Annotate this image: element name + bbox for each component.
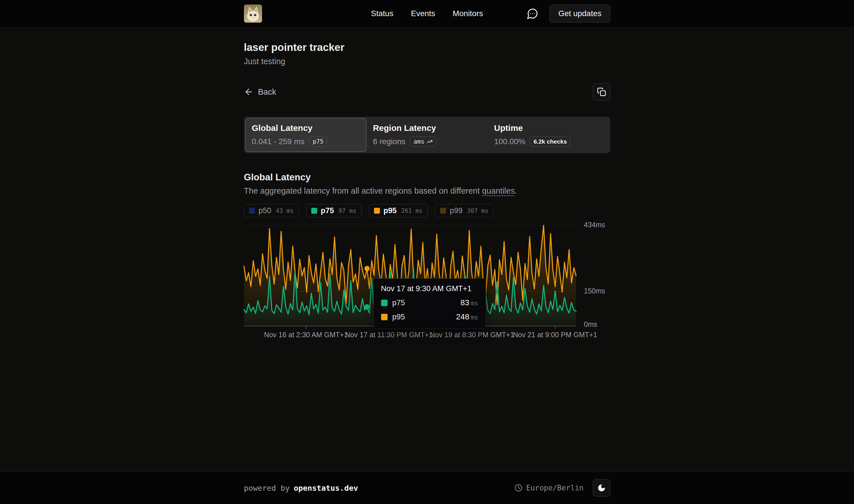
legend-value: 307 ms [467,208,489,214]
x-tick-label: Nov 16 at 2:30 AM GMT+1 [264,331,348,339]
legend-value: 97 ms [339,208,356,214]
logo-cat-image[interactable] [244,4,262,23]
page-subtitle: Just testing [244,57,610,66]
p95-swatch [381,314,387,320]
y-axis: 434ms 150ms 0ms [576,225,610,326]
page-title: laser pointer tracker [244,41,610,53]
y-tick-zero: 0ms [584,320,597,328]
clock-icon [514,484,522,492]
legend-label: p99 [450,206,462,215]
p99-swatch [440,208,446,214]
timezone-label: Europe/Berlin [526,484,584,492]
tooltip-unit: ms [471,314,478,321]
legend-label: p75 [321,206,334,215]
p50-swatch [249,208,255,214]
latency-chart-plot[interactable]: Nov 17 at 9:30 AM GMT+1 p75 83 ms p95 24… [244,225,576,326]
get-updates-button[interactable]: Get updates [549,4,610,23]
tab-region-latency[interactable]: Region Latency 6 regions ams [366,118,488,152]
y-tick-mid: 150ms [584,287,605,295]
back-label: Back [258,87,276,97]
tab-title: Global Latency [252,123,360,133]
legend-item-p50[interactable]: p50 43 ms [244,204,299,217]
nav-links: Status Events Monitors [371,9,483,18]
moon-icon [597,484,606,492]
legend-label: p95 [384,206,397,215]
tab-value: 0.041 - 259 ms [252,137,305,146]
x-axis: Nov 16 at 2:30 AM GMT+1 Nov 17 at 11:30 … [244,329,576,342]
region-badge: ams [410,137,436,147]
tab-value: 6 regions [373,137,405,146]
checks-badge: 6.2k checks [530,137,570,147]
tooltip-series-label: p75 [393,299,405,307]
nav-link-monitors[interactable]: Monitors [453,9,483,18]
nav-link-events[interactable]: Events [411,9,435,18]
description-period: . [515,186,517,195]
region-badge-label: ams [414,138,424,145]
section-title: Global Latency [244,172,610,183]
tooltip-value: 248 [456,312,469,321]
tooltip-value: 83 [460,298,469,307]
trending-up-icon [427,139,433,144]
openstatus-link[interactable]: openstatus.dev [294,484,358,492]
toolbar-row: Back [244,83,610,101]
description-text: The aggregated latency from all active r… [244,186,482,195]
p75-swatch [381,300,387,306]
legend-label: p50 [259,206,271,215]
quantile-badge: p75 [309,137,327,147]
footer: powered by openstatus.dev Europe/Berlin [0,471,854,504]
cat-image [244,4,262,23]
arrow-left-icon [244,87,254,97]
legend-value: 43 ms [276,208,294,214]
theme-toggle-button[interactable] [593,479,610,497]
powered-prefix: powered by [244,484,290,492]
top-nav: Status Events Monitors Get updates [0,0,854,28]
chart-legend: p50 43 ms p75 97 ms p95 261 ms p99 307 m… [244,204,610,217]
x-tick-label: Nov 21 at 9:00 PM GMT+1 [513,331,597,339]
x-tick-label: Nov 19 at 8:30 PM GMT+1 [430,331,514,339]
powered-by: powered by openstatus.dev [244,484,358,492]
metric-tabs: Global Latency 0.041 - 259 ms p75 Region… [244,117,610,153]
tab-title: Uptime [494,123,602,133]
tab-value: 100.00% [494,137,526,146]
tooltip-unit: ms [471,300,478,307]
message-bubble-icon [527,7,539,19]
main-content: laser pointer tracker Just testing Back … [244,28,610,342]
tab-title: Region Latency [373,123,481,133]
tooltip-row-p75: p75 83 ms [381,298,478,307]
p75-swatch [311,208,317,214]
tab-uptime[interactable]: Uptime 100.00% 6.2k checks [488,118,609,152]
x-tick-label: Nov 17 at 11:30 PM GMT+1 [345,331,433,339]
tab-global-latency[interactable]: Global Latency 0.041 - 259 ms p75 [246,118,367,152]
chart-tooltip: Nov 17 at 9:30 AM GMT+1 p75 83 ms p95 24… [374,278,486,329]
feedback-chat-button[interactable] [526,7,539,20]
tooltip-series-label: p95 [393,313,405,321]
tooltip-timestamp: Nov 17 at 9:30 AM GMT+1 [381,284,478,293]
p95-swatch [374,208,380,214]
legend-value: 261 ms [401,208,423,214]
nav-link-status[interactable]: Status [371,9,393,18]
timezone: Europe/Berlin [514,484,584,492]
back-link[interactable]: Back [244,87,276,97]
latency-chart: Nov 17 at 9:30 AM GMT+1 p75 83 ms p95 24… [244,225,610,326]
copy-icon [597,87,606,96]
copy-link-button[interactable] [593,83,610,101]
legend-item-p95[interactable]: p95 261 ms [369,204,428,217]
quantiles-link[interactable]: quantiles [482,186,515,195]
tooltip-row-p95: p95 248 ms [381,312,478,321]
legend-item-p99[interactable]: p99 307 ms [435,204,494,217]
legend-item-p75[interactable]: p75 97 ms [306,204,362,217]
section-description: The aggregated latency from all active r… [244,186,610,196]
y-tick-max: 434ms [584,221,605,229]
